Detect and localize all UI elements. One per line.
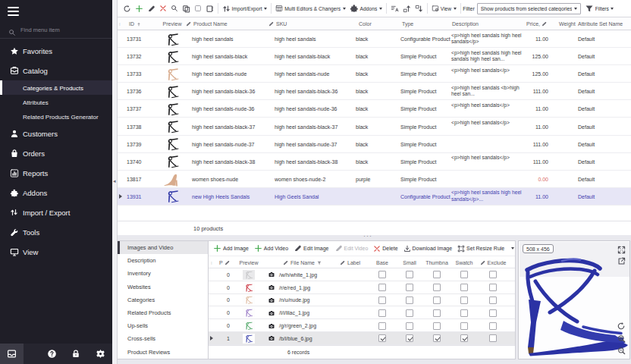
column-header-base[interactable]: Base [371, 257, 394, 268]
add-image-button[interactable]: Add Image [213, 244, 249, 253]
collapse-sidebar-icon[interactable]: ◂ [113, 176, 117, 187]
column-header-weight[interactable]: Weight [559, 17, 580, 30]
product-row-13732[interactable]: 13732high heel sandals-blackhigh heel sa… [118, 48, 631, 65]
base-checkbox[interactable] [378, 309, 386, 317]
add-video-button[interactable]: Add Video [254, 244, 288, 253]
image-row-nude.jpg[interactable]: 0/n/u/nude.jpg [209, 294, 515, 307]
expand-button[interactable] [617, 246, 626, 254]
swatch-checkbox[interactable] [460, 271, 468, 278]
move-down-button[interactable] [415, 5, 423, 13]
sidebar-item-tools[interactable]: Tools [0, 222, 112, 242]
swatch-checkbox[interactable] [460, 309, 468, 317]
column-header-product-name[interactable]: Product Name [186, 17, 267, 30]
sidebar-item-attributes[interactable]: Attributes [0, 95, 112, 109]
tab-categories[interactable]: Categories [118, 293, 208, 306]
tab-description[interactable]: Description [118, 254, 208, 267]
addons-button[interactable]: Addons [350, 4, 382, 13]
delete-button[interactable]: Delete [373, 245, 397, 253]
image-row-green_2.jpg[interactable]: 0/g/r/green_2.jpg [209, 319, 515, 332]
search-button[interactable] [171, 5, 178, 12]
column-header-file-name[interactable]: File Name [283, 257, 340, 268]
add-button[interactable] [135, 5, 143, 13]
product-row-13931[interactable]: 13931new High Heels SandalsHigh Geels Sa… [118, 188, 631, 206]
multi-editors-changers-button[interactable]: Multi Editors & Changers [275, 5, 345, 12]
column-header-type[interactable]: Type [402, 17, 452, 30]
tab-related-products[interactable]: Related Products [118, 306, 208, 319]
sidebar-item-related-products-generator[interactable]: Related Products Generator [0, 109, 112, 124]
image-row-white_1.jpg[interactable]: 0/w/h/white_1.jpg [209, 268, 515, 281]
product-row-13737[interactable]: 13737high heel sandals-nude-36high heel … [118, 100, 631, 118]
sort-az-button[interactable] [391, 5, 399, 13]
rotate-button[interactable] [617, 322, 626, 331]
image-row-blue_6.jpg[interactable]: 1/b/l/blue_6.jpg [209, 332, 515, 345]
sidebar-item-addons[interactable]: Addons [0, 183, 112, 202]
set-resize-rule-button[interactable]: Set Resize Rule [457, 245, 514, 253]
swatch-checkbox[interactable] [460, 334, 468, 342]
product-row-13739[interactable]: 13739high heel sandals-nude-37high heel … [118, 136, 631, 153]
sidebar-bottom-gear-button[interactable] [89, 344, 112, 364]
product-row-13736[interactable]: 13736high heel sandals-black-36high heel… [118, 83, 631, 100]
swatch-checkbox[interactable] [460, 297, 468, 304]
checkbox-button[interactable] [194, 5, 202, 12]
sidebar-bottom-store-button[interactable] [0, 344, 24, 364]
horizontal-splitter[interactable] [118, 235, 631, 240]
sidebar-item-favorites[interactable]: Favorites [0, 41, 112, 61]
column-header-thumbnail[interactable]: Thumbna [423, 257, 450, 268]
copy-button[interactable] [182, 5, 190, 13]
column-header-description[interactable]: Description [452, 17, 526, 30]
exclude-checkbox[interactable] [489, 271, 497, 278]
sidebar-item-catalog[interactable]: Catalog [0, 61, 112, 80]
hamburger-menu-icon[interactable] [8, 7, 19, 16]
column-header-color[interactable]: Color [359, 17, 403, 30]
zoom-out-button[interactable] [617, 347, 626, 355]
exclude-checkbox[interactable] [489, 322, 497, 330]
tab-up-sells[interactable]: Up-sells [118, 319, 208, 332]
thumbnail-checkbox[interactable] [433, 334, 441, 342]
thumbnail-checkbox[interactable] [433, 322, 441, 330]
tab-inventory[interactable]: Inventory [118, 267, 208, 280]
image-row-red_1.jpg[interactable]: 0/r/e/red_1.jpg [209, 281, 515, 294]
sidebar-item-orders[interactable]: Orders [0, 143, 112, 163]
column-header-attribute-set-name[interactable]: Attribute Set Name [578, 17, 629, 30]
filters-button[interactable]: Filters [585, 5, 614, 13]
exclude-checkbox[interactable] [489, 284, 497, 291]
tab-websites[interactable]: Websites [118, 281, 208, 293]
sidebar-item-import-export[interactable]: Import / Export [0, 202, 112, 222]
product-row-13740[interactable]: 13740high heel sandals-black-38high heel… [118, 153, 631, 171]
sidebar-item-categories-products[interactable]: Categories & Products [0, 80, 112, 95]
sidebar-item-customers[interactable]: Customers [0, 124, 112, 143]
move-up-button[interactable] [403, 5, 411, 13]
zoom-in-button[interactable] [617, 334, 626, 343]
swatch-checkbox[interactable] [460, 322, 468, 330]
image-row-lilac_1.jpg[interactable]: 0/l/i/lilac_1.jpg [209, 306, 515, 319]
exclude-checkbox[interactable] [489, 334, 497, 342]
vertical-splitter[interactable]: ◂ [112, 0, 118, 364]
edit-image-button[interactable]: Edit Image [294, 244, 328, 253]
tab-images-and-video[interactable]: Images and Video [118, 241, 208, 254]
small-checkbox[interactable] [406, 309, 413, 317]
column-header-exclude[interactable]: Exclude [476, 257, 510, 268]
import-export-button[interactable]: Import/Export [222, 5, 268, 13]
base-checkbox[interactable] [378, 334, 386, 342]
product-row-13738[interactable]: 13738high heel sandals-black-37high heel… [118, 118, 631, 136]
base-checkbox[interactable] [378, 284, 386, 291]
small-checkbox[interactable] [406, 297, 413, 304]
column-header-position[interactable]: P [219, 257, 231, 268]
tab-product-reviews[interactable]: Product Reviews [118, 346, 208, 359]
column-header-sku[interactable]: SKU [268, 17, 347, 30]
thumbnail-checkbox[interactable] [433, 309, 441, 317]
tab-cross-sells[interactable]: Cross-sells [118, 332, 208, 345]
menu-search-input[interactable] [20, 23, 105, 36]
edit-button[interactable] [147, 5, 155, 13]
product-row-13733[interactable]: 13733high heel sandals-nudehigh heel san… [118, 65, 631, 83]
sidebar-item-view[interactable]: View [0, 242, 112, 262]
small-checkbox[interactable] [406, 271, 413, 278]
thumbnail-checkbox[interactable] [433, 284, 441, 291]
sidebar-bottom-lock-button[interactable] [64, 344, 88, 364]
view-button[interactable]: View [432, 5, 457, 12]
base-checkbox[interactable] [378, 322, 386, 330]
column-header-preview[interactable]: Preview [231, 257, 266, 268]
sidebar-bottom-help-button[interactable] [40, 344, 64, 364]
thumbnail-checkbox[interactable] [433, 271, 441, 278]
column-header-small[interactable]: Small [398, 257, 421, 268]
